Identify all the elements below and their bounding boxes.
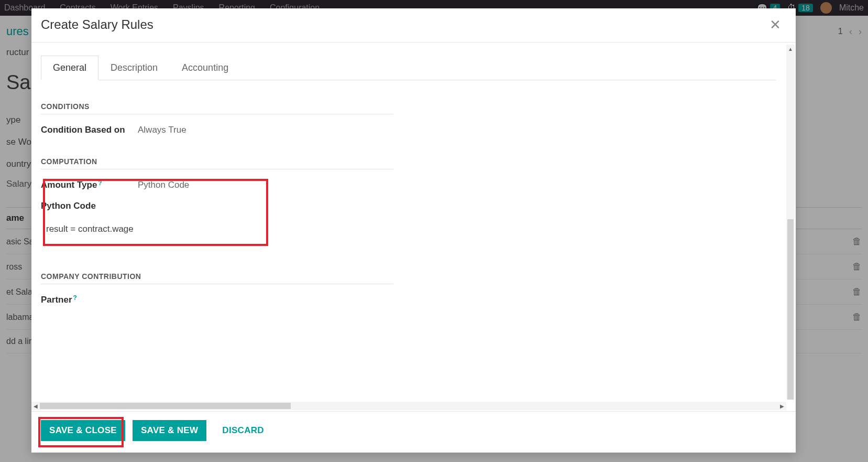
row-python-code-label: Python Code [41,201,776,211]
close-icon[interactable]: ✕ [767,17,783,33]
discard-button[interactable]: DISCARD [214,420,272,441]
modal-footer: SAVE & CLOSE SAVE & NEW DISCARD [31,411,796,453]
tab-description[interactable]: Description [98,56,170,80]
scroll-ver-track[interactable] [787,53,794,400]
save-and-new-button[interactable]: SAVE & NEW [133,420,206,441]
modal-header: Create Salary Rules ✕ [31,8,796,42]
scroll-up-arrow-icon[interactable]: ▲ [786,45,795,53]
help-icon[interactable]: ? [98,179,102,187]
scroll-hor-track[interactable] [40,403,778,409]
modal-scroll-area: General Description Accounting CONDITION… [31,42,785,400]
save-and-close-button[interactable]: SAVE & CLOSE [41,420,125,441]
value-condition-based-on[interactable]: Always True [138,125,186,135]
python-code-input[interactable]: result = contract.wage [41,224,776,234]
label-amount-type: Amount Type? [41,180,138,190]
tab-general[interactable]: General [41,56,98,80]
scroll-left-arrow-icon[interactable]: ◀ [31,402,40,410]
label-condition-based-on: Condition Based on [41,125,138,135]
help-icon[interactable]: ? [73,294,77,302]
row-amount-type: Amount Type? Python Code [41,180,776,190]
label-python-code: Python Code [41,201,138,211]
vertical-scrollbar[interactable]: ▲ [786,45,795,400]
modal-title: Create Salary Rules [41,17,153,32]
section-computation: COMPUTATION [41,157,393,169]
value-amount-type[interactable]: Python Code [138,180,189,190]
label-partner: Partner? [41,295,138,305]
row-partner: Partner? [41,295,776,305]
section-conditions: CONDITIONS [41,102,393,114]
section-company-contribution: COMPANY CONTRIBUTION [41,272,393,284]
scroll-ver-thumb[interactable] [787,219,794,400]
tabs: General Description Accounting [41,55,776,80]
modal-body: General Description Accounting CONDITION… [31,42,796,411]
row-condition-based-on: Condition Based on Always True [41,125,776,135]
horizontal-scrollbar[interactable]: ◀ ▶ [31,402,786,410]
tab-accounting[interactable]: Accounting [170,56,240,80]
create-salary-rules-modal: Create Salary Rules ✕ General Descriptio… [31,8,796,453]
scroll-right-arrow-icon[interactable]: ▶ [778,402,786,410]
scroll-hor-thumb[interactable] [40,403,291,409]
